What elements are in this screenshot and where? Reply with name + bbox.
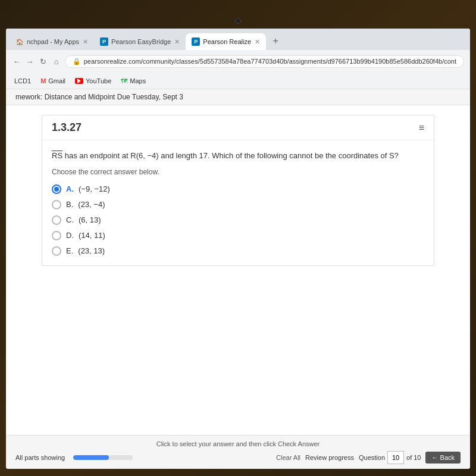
option-a-letter: A. bbox=[66, 184, 74, 193]
homework-title: mework: Distance and Midpoint Due Tuesda… bbox=[15, 93, 183, 101]
question-menu-icon[interactable]: ≡ bbox=[419, 123, 424, 133]
tab-realize-label: Pearson Realize bbox=[203, 38, 251, 45]
radio-c[interactable] bbox=[52, 215, 61, 225]
tab-realize[interactable]: P Pearson Realize ✕ bbox=[186, 33, 266, 50]
radio-d[interactable] bbox=[52, 231, 61, 240]
option-b-letter: B. bbox=[66, 200, 73, 209]
question-nav: Question of 10 bbox=[359, 451, 421, 464]
tab-easybridge[interactable]: P Pearson EasyBridge ✕ bbox=[94, 33, 186, 50]
bookmark-youtube-label: YouTube bbox=[86, 77, 111, 84]
radio-a-inner bbox=[54, 187, 59, 192]
tab-realize-close[interactable]: ✕ bbox=[255, 38, 260, 46]
progress-bar bbox=[73, 455, 133, 460]
tab-launchpad-favicon: 🏠 bbox=[15, 37, 24, 46]
youtube-play-triangle bbox=[77, 79, 81, 83]
question-text: RS has an endpoint at R(6, −4) and lengt… bbox=[52, 150, 424, 162]
option-b[interactable]: B. (23, −4) bbox=[52, 200, 424, 209]
option-e[interactable]: E. (23, 13) bbox=[52, 246, 424, 256]
screen: 🏠 nchpad - My Apps ✕ P Pearson EasyBridg… bbox=[6, 29, 470, 469]
youtube-icon bbox=[75, 78, 83, 84]
refresh-button[interactable]: ↻ bbox=[38, 55, 48, 67]
option-b-text: (23, −4) bbox=[78, 200, 105, 209]
option-a[interactable]: A. (−9, −12) bbox=[52, 184, 424, 194]
question-text-body: has an endpoint at R(6, −4) and length 1… bbox=[62, 151, 399, 160]
option-a-text: (−9, −12) bbox=[79, 184, 110, 193]
bookmark-youtube[interactable]: YouTube bbox=[73, 76, 114, 86]
page-footer: Click to select your answer and then cli… bbox=[6, 435, 470, 469]
tab-launchpad-close[interactable]: ✕ bbox=[83, 38, 88, 46]
forward-nav-button[interactable]: → bbox=[25, 55, 35, 67]
question-number-input[interactable] bbox=[387, 451, 404, 464]
gmail-icon: M bbox=[40, 77, 46, 84]
bookmark-lcd1-label: LCD1 bbox=[14, 77, 31, 84]
bookmark-maps-label: Maps bbox=[130, 77, 146, 84]
bookmarks-bar: LCD1 M Gmail YouTube 🗺 Maps bbox=[6, 73, 470, 89]
bookmark-gmail-label: Gmail bbox=[48, 77, 65, 84]
browser-chrome: 🏠 nchpad - My Apps ✕ P Pearson EasyBridg… bbox=[6, 29, 470, 89]
question-of-label: of 10 bbox=[406, 454, 421, 461]
option-d-letter: D. bbox=[66, 231, 74, 240]
progress-bar-container bbox=[73, 455, 133, 460]
option-c[interactable]: C. (6, 13) bbox=[52, 215, 424, 225]
question-number: 1.3.27 bbox=[52, 121, 82, 134]
options-list: A. (−9, −12) B. (23, −4) C. (6, 13) bbox=[52, 184, 424, 256]
lock-icon: 🔒 bbox=[73, 58, 81, 65]
address-bar: ← → ↻ ⌂ 🔒 pearsonrealize.com/community/c… bbox=[6, 50, 470, 73]
all-parts-label: All parts showing bbox=[15, 454, 65, 461]
question-header: 1.3.27 ≡ bbox=[42, 115, 434, 140]
instruction-text: Choose the correct answer below. bbox=[52, 168, 424, 176]
tab-easybridge-favicon: P bbox=[100, 37, 108, 46]
url-text: pearsonrealize.com/community/classes/5d5… bbox=[84, 58, 456, 65]
question-nav-label: Question bbox=[359, 454, 385, 461]
option-e-text: (23, 13) bbox=[78, 246, 105, 255]
webcam bbox=[235, 18, 241, 24]
progress-fill bbox=[73, 455, 109, 460]
radio-b[interactable] bbox=[52, 200, 61, 209]
footer-right: Clear All Review progress Question of 10… bbox=[276, 451, 461, 464]
back-button[interactable]: ← Back bbox=[425, 452, 461, 464]
option-d[interactable]: D. (14, 11) bbox=[52, 231, 424, 240]
back-nav-button[interactable]: ← bbox=[12, 55, 21, 67]
rs-label: RS bbox=[52, 151, 62, 160]
radio-e[interactable] bbox=[52, 246, 61, 256]
footer-click-instruction: Click to select your answer and then cli… bbox=[156, 440, 320, 447]
option-e-letter: E. bbox=[66, 246, 73, 255]
bookmark-gmail[interactable]: M Gmail bbox=[38, 76, 68, 86]
bookmark-maps[interactable]: 🗺 Maps bbox=[118, 76, 148, 86]
clear-all-button[interactable]: Clear All bbox=[276, 454, 300, 461]
bookmark-lcd1[interactable]: LCD1 bbox=[12, 76, 33, 86]
maps-icon: 🗺 bbox=[121, 77, 127, 84]
option-c-text: (6, 13) bbox=[79, 215, 101, 224]
question-body: RS has an endpoint at R(6, −4) and lengt… bbox=[42, 140, 434, 265]
footer-left: All parts showing bbox=[15, 454, 133, 461]
question-container: 1.3.27 ≡ RS has an endpoint at R(6, −4) … bbox=[42, 115, 434, 266]
option-d-text: (14, 11) bbox=[79, 231, 105, 240]
footer-instruction: Click to select your answer and then cli… bbox=[15, 440, 461, 447]
bezel: 🏠 nchpad - My Apps ✕ P Pearson EasyBridg… bbox=[0, 0, 476, 476]
page-header: mework: Distance and Midpoint Due Tuesda… bbox=[6, 89, 470, 105]
radio-a[interactable] bbox=[52, 184, 61, 194]
tab-launchpad-label: nchpad - My Apps bbox=[27, 38, 79, 45]
tab-easybridge-close[interactable]: ✕ bbox=[174, 38, 180, 46]
tab-launchpad[interactable]: 🏠 nchpad - My Apps ✕ bbox=[10, 33, 94, 50]
main-content: 1.3.27 ≡ RS has an endpoint at R(6, −4) … bbox=[6, 105, 470, 435]
tabs-bar: 🏠 nchpad - My Apps ✕ P Pearson EasyBridg… bbox=[6, 29, 470, 50]
home-button[interactable]: ⌂ bbox=[52, 55, 61, 67]
review-progress-button[interactable]: Review progress bbox=[305, 454, 354, 461]
option-c-letter: C. bbox=[66, 215, 74, 224]
tab-easybridge-label: Pearson EasyBridge bbox=[111, 38, 171, 45]
footer-bottom: All parts showing Clear All Review progr… bbox=[15, 451, 461, 464]
tab-realize-favicon: P bbox=[192, 37, 200, 46]
new-tab-button[interactable]: + bbox=[268, 34, 283, 48]
url-bar[interactable]: 🔒 pearsonrealize.com/community/classes/5… bbox=[65, 55, 464, 68]
